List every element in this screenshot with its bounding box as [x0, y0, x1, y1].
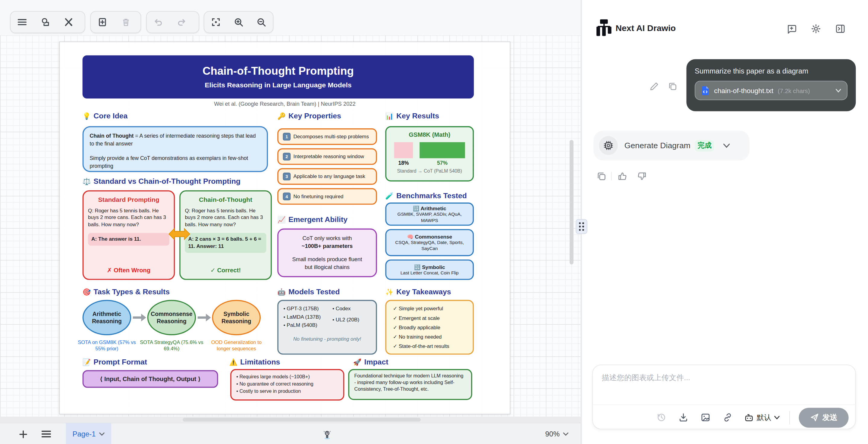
section-heading-core-idea[interactable]: 💡 Core Idea [83, 112, 128, 120]
zoom-out-button[interactable] [250, 12, 273, 32]
diagram-canvas[interactable]: Chain-of-Thought Prompting Elicits Reaso… [0, 36, 581, 417]
tool-avatar [599, 136, 618, 155]
sparkles-icon: ✨ [385, 288, 394, 296]
diagram-caption: Wei et al. (Google Research, Brain Team)… [60, 101, 510, 107]
github-link[interactable] [320, 423, 335, 444]
delete-button[interactable] [114, 12, 137, 32]
task-node-symbolic[interactable]: Symbolic Reasoning [212, 300, 261, 335]
impact-box[interactable]: Foundational technique for modern LLM re… [348, 369, 472, 400]
download-icon[interactable] [679, 413, 688, 422]
property-item[interactable]: 1 Decomposes multi-step problems [277, 128, 377, 145]
task-node-commonsense[interactable]: Commonsense Reasoning [147, 300, 196, 335]
section-heading-prompt-format[interactable]: 📝 Prompt Format [83, 358, 147, 366]
attachment-chip[interactable]: chain-of-thought.txt (7.2k chars) [695, 81, 847, 100]
canvas-horizontal-scrollbar-track[interactable] [0, 417, 581, 423]
property-item[interactable]: 4 No finetuning required [277, 188, 377, 204]
task-arrow-icon [132, 313, 147, 322]
symbols-icon: 🔣 [414, 263, 421, 269]
action-divider [611, 172, 612, 181]
settings-button[interactable] [811, 24, 821, 34]
link-icon[interactable] [723, 413, 733, 422]
gsm8k-results-card[interactable]: GSM8K (Math) 18% 57% Standard → CoT (PaL… [385, 126, 474, 182]
generate-diagram-tool-card[interactable]: Generate Diagram 完成 [593, 130, 749, 160]
chat-input[interactable] [601, 372, 846, 403]
add-page-button[interactable] [15, 423, 32, 444]
section-heading-key-properties[interactable]: 🔑 Key Properties [277, 112, 341, 120]
standard-prompting-box[interactable]: Standard Prompting Q: Roger has 5 tennis… [83, 190, 175, 280]
model-label: 默认 [757, 412, 771, 422]
section-heading-comparison[interactable]: ⚖️ Standard vs Chain-of-Thought Promptin… [83, 177, 241, 186]
menu-icon [17, 17, 27, 27]
canvas-horizontal-scrollbar-thumb[interactable] [183, 418, 421, 422]
menu-button[interactable] [10, 12, 34, 32]
benchmark-card-arithmetic[interactable]: 🔢 Arithmetic GSM8K, SVAMP, ASDiv, AQuA, … [385, 202, 474, 226]
thumbs-up-button[interactable] [618, 171, 627, 181]
double-arrow-icon[interactable] [168, 227, 190, 241]
hamburger-icon [41, 430, 51, 438]
standard-title: Standard Prompting [88, 196, 169, 203]
drag-dots-icon [579, 222, 584, 231]
gsm8k-title: GSM8K (Math) [409, 131, 450, 138]
shapes-button[interactable] [34, 12, 57, 32]
diagram-title-box[interactable]: Chain-of-Thought Prompting Elicits Reaso… [83, 56, 474, 98]
copy-message-button[interactable] [668, 82, 678, 91]
section-heading-task-types[interactable]: 🎯 Task Types & Results [83, 288, 170, 296]
copy-icon [668, 82, 677, 91]
section-heading-benchmarks[interactable]: 🧪 Benchmarks Tested [385, 191, 467, 200]
image-icon[interactable] [701, 413, 710, 422]
attachment-meta: (7.2k chars) [778, 87, 810, 94]
section-heading-emergent[interactable]: 📈 Emergent Ability [277, 215, 347, 223]
zoom-in-button[interactable] [227, 12, 250, 32]
property-item[interactable]: 2 Interpretable reasoning window [277, 148, 377, 165]
benchmark-card-symbolic[interactable]: 🔣 Symbolic Last Letter Concat, Coin Flip [385, 259, 474, 280]
zoom-level-control[interactable]: 90% [545, 423, 568, 444]
section-heading-takeaways[interactable]: ✨ Key Takeaways [385, 288, 451, 296]
model-selector[interactable]: 默认 [744, 412, 780, 422]
numbers-icon: 🔢 [413, 205, 420, 211]
key-takeaways-box[interactable]: ✓ Simple yet powerful ✓ Emergent at scal… [385, 300, 474, 354]
send-button[interactable]: 发送 [799, 408, 848, 427]
task-node-arithmetic[interactable]: Arithmetic Reasoning [83, 300, 131, 335]
edit-tools-button[interactable] [57, 12, 80, 32]
limitations-box[interactable]: • Requires large models (~100B+) • No gu… [230, 369, 344, 401]
chevron-down-icon [835, 88, 841, 93]
cot-prompting-box[interactable]: Chain-of-Thought Q: Roger has 5 tennis b… [179, 190, 272, 280]
section-heading-key-results[interactable]: 📊 Key Results [385, 112, 439, 120]
core-idea-line2: Simply provide a few CoT demonstrations … [90, 154, 261, 169]
attachment-filename: chain-of-thought.txt [714, 87, 773, 94]
page-list-button[interactable] [38, 423, 54, 444]
benchmark-card-commonsense[interactable]: 🧠 Commonsense CSQA, StrategyQA, Date, Sp… [385, 229, 474, 256]
thumbs-up-icon [618, 171, 627, 181]
diagram-page[interactable]: Chain-of-Thought Prompting Elicits Reaso… [59, 41, 510, 414]
number-3-icon: 3 [283, 172, 291, 181]
page-tab[interactable]: Page-1 [66, 423, 111, 444]
edit-message-button[interactable] [650, 82, 659, 91]
fit-view-button[interactable] [204, 12, 227, 32]
canvas-vertical-scrollbar[interactable] [569, 140, 574, 264]
thumbs-down-button[interactable] [637, 171, 647, 181]
canvas-panel: Chain-of-Thought Prompting Elicits Reaso… [0, 0, 581, 444]
standard-question: Q: Roger has 5 tennis balls. He buys 2 m… [88, 208, 169, 228]
collapse-panel-button[interactable] [835, 24, 845, 34]
emergent-ability-box[interactable]: CoT only works with ~100B+ parameters Sm… [277, 229, 377, 278]
history-icon[interactable] [656, 413, 666, 422]
bar-standard [394, 142, 413, 158]
core-idea-box[interactable]: Chain of Thought = A series of intermedi… [83, 126, 268, 172]
models-tested-box[interactable]: • GPT-3 (175B) • LaMDA (137B) • PaLM (54… [277, 300, 377, 354]
cot-question: Q: Roger has 5 tennis balls. He buys 2 m… [185, 208, 266, 228]
section-heading-impact[interactable]: 🚀 Impact [353, 358, 389, 366]
undo-button[interactable] [147, 12, 170, 32]
section-heading-models[interactable]: 🤖 Models Tested [277, 288, 340, 296]
bar-label-standard: 18% [394, 160, 413, 166]
copy-response-button[interactable] [597, 171, 606, 181]
panel-resize-handle[interactable] [576, 219, 587, 234]
app-logo [595, 19, 612, 36]
add-frame-button[interactable] [91, 12, 114, 32]
new-chat-button[interactable] [786, 24, 797, 34]
chat-input-card: 默认 发送 [592, 364, 856, 429]
property-item[interactable]: 3 Applicable to any language task [277, 168, 377, 185]
bar-chart-icon: 📊 [385, 113, 394, 120]
redo-button[interactable] [170, 12, 193, 32]
prompt-format-box[interactable]: ⟨ Input, Chain of Thought, Output ⟩ [83, 370, 218, 388]
section-heading-limitations[interactable]: ⚠️ Limitations [229, 358, 280, 366]
